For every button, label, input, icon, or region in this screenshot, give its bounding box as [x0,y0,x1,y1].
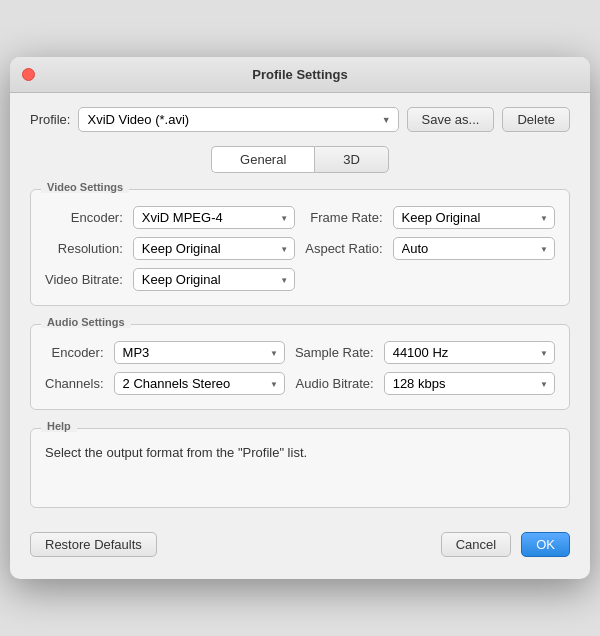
cancel-button[interactable]: Cancel [441,532,511,557]
bottom-bar: Restore Defaults Cancel OK [30,528,570,559]
resolution-select-wrap: Keep Original 1920x1080 1280x720 854x480 [133,237,295,260]
sample-rate-label: Sample Rate: [295,345,374,360]
restore-defaults-button[interactable]: Restore Defaults [30,532,157,557]
title-bar: Profile Settings [10,57,590,93]
tabs-container: General 3D [30,146,570,173]
audio-encoder-select-wrap: MP3 AAC AC3 OGG [114,341,285,364]
aspect-ratio-label: Aspect Ratio: [305,241,382,256]
encoder-label: Encoder: [45,210,123,225]
frame-rate-select[interactable]: Keep Original 23.976 24 25 29.97 30 [393,206,555,229]
channels-select[interactable]: 2 Channels Stereo 1 Channel Mono 5.1 Sur… [114,372,285,395]
frame-rate-label: Frame Rate: [305,210,382,225]
aspect-ratio-select[interactable]: Auto 16:9 4:3 1:1 [393,237,555,260]
audio-settings-section: Audio Settings Encoder: MP3 AAC AC3 OGG … [30,324,570,410]
help-title: Help [41,420,77,432]
close-button[interactable] [22,68,35,81]
sample-rate-select[interactable]: 44100 Hz 48000 Hz 22050 Hz 11025 Hz [384,341,555,364]
video-bitrate-select-wrap: Keep Original 1000 kbps 2000 kbps 4000 k… [133,268,295,291]
encoder-select-wrap: XviD MPEG-4 H.264 H.265 MPEG-2 [133,206,295,229]
resolution-select[interactable]: Keep Original 1920x1080 1280x720 854x480 [133,237,295,260]
audio-settings-grid: Encoder: MP3 AAC AC3 OGG Sample Rate: 44… [45,341,555,395]
profile-row: Profile: XviD Video (*.avi) MP4 Video (*… [30,107,570,132]
tab-3d[interactable]: 3D [314,146,389,173]
profile-select[interactable]: XviD Video (*.avi) MP4 Video (*.mp4) AVI… [78,107,398,132]
window-title: Profile Settings [252,67,347,82]
audio-encoder-select[interactable]: MP3 AAC AC3 OGG [114,341,285,364]
profile-settings-window: Profile Settings Profile: XviD Video (*.… [10,57,590,579]
frame-rate-select-wrap: Keep Original 23.976 24 25 29.97 30 [393,206,555,229]
aspect-ratio-select-wrap: Auto 16:9 4:3 1:1 [393,237,555,260]
video-settings-section: Video Settings Encoder: XviD MPEG-4 H.26… [30,189,570,306]
audio-bitrate-select[interactable]: 128 kbps 192 kbps 256 kbps 320 kbps 64 k… [384,372,555,395]
channels-label: Channels: [45,376,104,391]
delete-button[interactable]: Delete [502,107,570,132]
window-content: Profile: XviD Video (*.avi) MP4 Video (*… [10,93,590,579]
help-section: Help Select the output format from the "… [30,428,570,508]
profile-select-wrap: XviD Video (*.avi) MP4 Video (*.mp4) AVI… [78,107,398,132]
channels-select-wrap: 2 Channels Stereo 1 Channel Mono 5.1 Sur… [114,372,285,395]
encoder-select[interactable]: XviD MPEG-4 H.264 H.265 MPEG-2 [133,206,295,229]
audio-encoder-label: Encoder: [45,345,104,360]
save-as-button[interactable]: Save as... [407,107,495,132]
audio-bitrate-select-wrap: 128 kbps 192 kbps 256 kbps 320 kbps 64 k… [384,372,555,395]
resolution-label: Resolution: [45,241,123,256]
tab-general[interactable]: General [211,146,314,173]
help-text: Select the output format from the "Profi… [45,445,555,460]
video-bitrate-select[interactable]: Keep Original 1000 kbps 2000 kbps 4000 k… [133,268,295,291]
video-settings-grid: Encoder: XviD MPEG-4 H.264 H.265 MPEG-2 … [45,206,555,291]
video-settings-title: Video Settings [41,181,129,193]
ok-button[interactable]: OK [521,532,570,557]
audio-bitrate-label: Audio Bitrate: [295,376,374,391]
sample-rate-select-wrap: 44100 Hz 48000 Hz 22050 Hz 11025 Hz [384,341,555,364]
profile-label: Profile: [30,112,70,127]
audio-settings-title: Audio Settings [41,316,131,328]
video-bitrate-label: Video Bitrate: [45,272,123,287]
bottom-right-buttons: Cancel OK [441,532,570,557]
